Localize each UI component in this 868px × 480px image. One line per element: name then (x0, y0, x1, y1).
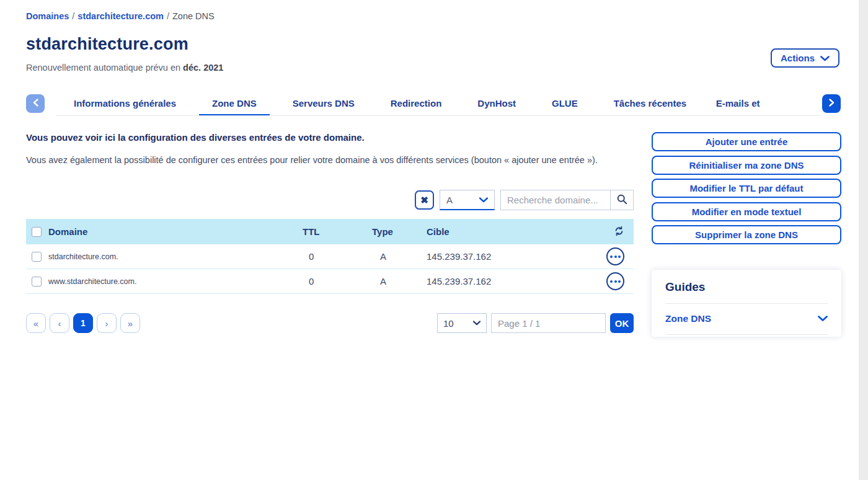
next-page-button[interactable]: › (97, 313, 117, 333)
chevron-down-icon (818, 316, 828, 322)
chevron-right-icon (829, 99, 835, 109)
intro-text: Vous avez également la possibilité de co… (26, 155, 634, 165)
chevron-down-icon (820, 53, 830, 63)
column-header-cible: Cible (427, 226, 590, 237)
search-button[interactable] (610, 190, 633, 210)
page-number-input[interactable] (491, 313, 606, 333)
ellipsis-icon (610, 256, 621, 258)
column-header-type: Type (372, 226, 427, 237)
clear-filter-button[interactable]: ✖ (415, 190, 434, 210)
renewal-info: Renouvellement automatique prévu en déc.… (26, 63, 841, 73)
actions-button[interactable]: Actions (771, 48, 839, 68)
close-icon: ✖ (420, 195, 428, 206)
filter-row: ✖ A (26, 190, 634, 210)
domain-zone-dns-page: Domaines/stdarchitecture.com/Zone DNS st… (0, 0, 868, 480)
column-header-ttl: TTL (303, 226, 372, 237)
tab-taches-recentes[interactable]: Tâches récentes (596, 91, 705, 115)
record-ttl: 0 (303, 276, 372, 287)
ok-button[interactable]: OK (610, 313, 634, 333)
current-page-button[interactable]: 1 (73, 313, 93, 333)
modify-ttl-button[interactable]: Modifier le TTL par défaut (652, 179, 841, 198)
guides-title: Guides (665, 280, 828, 304)
record-type: A (372, 276, 427, 287)
ellipsis-icon (610, 280, 621, 283)
row-checkbox[interactable] (32, 252, 42, 262)
page-size-controls: 10 OK (437, 313, 634, 333)
chevron-down-icon (479, 197, 488, 203)
refresh-button[interactable] (614, 226, 624, 238)
breadcrumb-separator: / (167, 11, 169, 21)
table-header-row: Domaine TTL Type Cible (26, 219, 634, 244)
chevron-down-icon (473, 321, 480, 326)
tabs-scroll-left-button[interactable] (26, 94, 45, 113)
previous-page-button[interactable]: ‹ (50, 313, 69, 333)
tab-redirection[interactable]: Redirection (373, 91, 460, 115)
column-header-domaine: Domaine (48, 226, 303, 237)
pagination-bar: « ‹ 1 › » 10 OK (26, 313, 634, 333)
first-page-button[interactable]: « (26, 313, 46, 333)
refresh-icon (614, 226, 624, 238)
dns-records-table: Domaine TTL Type Cible (26, 219, 634, 294)
record-type-select[interactable]: A (440, 190, 495, 210)
tab-bar: Informations générales Zone DNS Serveurs… (26, 91, 841, 116)
search-input[interactable] (501, 190, 610, 210)
actions-label: Actions (781, 53, 815, 63)
intro-bold-text: Vous pouvez voir ici la configuration de… (26, 132, 634, 143)
record-domain: www.stdarchitecture.com. (48, 277, 303, 286)
breadcrumb-link-domain[interactable]: stdarchitecture.com (78, 11, 164, 21)
record-target: 145.239.37.162 (427, 251, 590, 262)
renewal-prefix: Renouvellement automatique prévu en (26, 63, 183, 73)
last-page-button[interactable]: » (120, 313, 140, 333)
modify-textual-button[interactable]: Modifier en mode textuel (652, 202, 841, 221)
record-ttl: 0 (303, 251, 372, 262)
page-size-select[interactable]: 10 (437, 313, 487, 333)
domain-search-box (500, 190, 634, 210)
renewal-date: déc. 2021 (183, 63, 223, 73)
tabs-scroll-right-button[interactable] (822, 94, 841, 113)
table-row: www.stdarchitecture.com. 0 A 145.239.37.… (26, 269, 634, 294)
delete-zone-button[interactable]: Supprimer la zone DNS (652, 225, 841, 244)
tab-serveurs-dns[interactable]: Serveurs DNS (275, 91, 373, 115)
tab-glue[interactable]: GLUE (534, 91, 596, 115)
record-type: A (372, 251, 427, 262)
row-checkbox[interactable] (32, 277, 42, 287)
breadcrumb: Domaines/stdarchitecture.com/Zone DNS (26, 11, 841, 21)
chevron-left-icon (33, 99, 38, 109)
table-row: stdarchitecture.com. 0 A 145.239.37.162 (26, 244, 634, 269)
guides-card: Guides Zone DNS (652, 270, 841, 337)
tab-informations-generales[interactable]: Informations générales (56, 91, 194, 115)
sidebar-actions: Ajouter une entrée Réinitialiser ma zone… (652, 132, 841, 337)
record-domain: stdarchitecture.com. (48, 252, 303, 261)
record-target: 145.239.37.162 (427, 276, 590, 287)
tab-list: Informations générales Zone DNS Serveurs… (56, 91, 821, 116)
page-size-value: 10 (443, 318, 454, 329)
reset-zone-button[interactable]: Réinitialiser ma zone DNS (652, 156, 841, 175)
guide-link-zone-dns[interactable]: Zone DNS (665, 304, 828, 335)
select-all-checkbox[interactable] (32, 227, 42, 237)
page-title: stdarchitecture.com (26, 35, 841, 54)
breadcrumb-link-domaines[interactable]: Domaines (26, 11, 69, 21)
row-actions-button[interactable] (606, 247, 624, 265)
tab-emails[interactable]: E-mails et n (704, 91, 761, 115)
guide-link-label: Zone DNS (665, 313, 711, 324)
tab-zone-dns[interactable]: Zone DNS (194, 91, 275, 115)
row-actions-button[interactable] (606, 272, 624, 290)
pager: « ‹ 1 › » (26, 313, 140, 333)
zone-dns-panel: Vous pouvez voir ici la configuration de… (26, 132, 634, 337)
search-icon (616, 193, 627, 207)
breadcrumb-current: Zone DNS (172, 11, 215, 21)
add-record-button[interactable]: Ajouter une entrée (652, 132, 841, 151)
tab-dynhost[interactable]: DynHost (459, 91, 534, 115)
record-type-selected-value: A (446, 195, 453, 205)
breadcrumb-separator: / (72, 11, 74, 21)
